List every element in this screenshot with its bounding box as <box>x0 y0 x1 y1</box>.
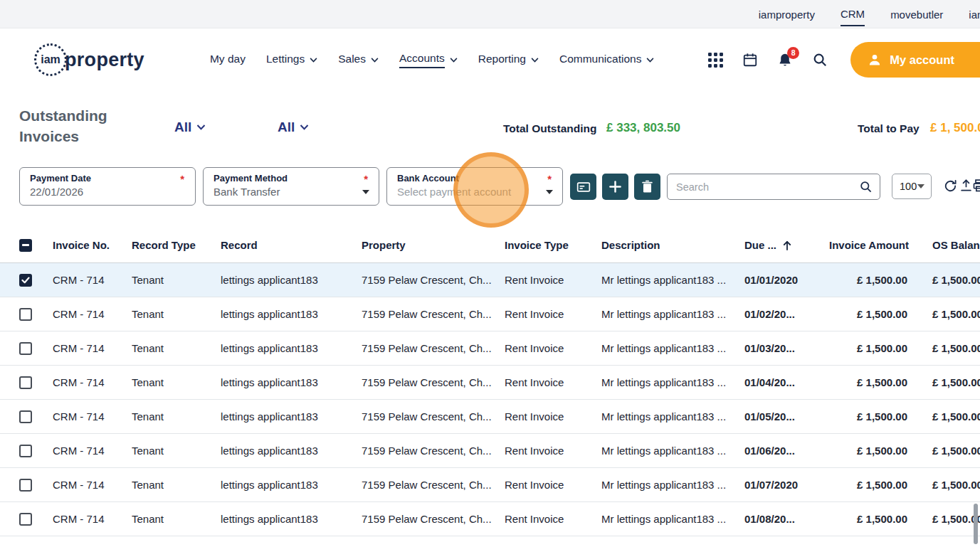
col-due-date[interactable]: Due ... <box>744 239 829 251</box>
delete-invoice-button[interactable] <box>634 174 660 200</box>
cell-property: 7159 Pelaw Crescent, Ch... <box>362 513 505 525</box>
col-description[interactable]: Description <box>601 239 744 251</box>
my-account-button[interactable]: My account <box>850 42 980 78</box>
payment-date-field[interactable]: Payment Date * 22/01/2026 <box>19 167 196 206</box>
select-all-checkbox[interactable] <box>19 239 32 252</box>
chevron-down-icon <box>646 58 654 63</box>
type-filter-dropdown[interactable]: All <box>278 120 309 135</box>
nav-communications[interactable]: Communications <box>559 53 654 68</box>
notifications-bell-icon[interactable]: 8 <box>777 52 793 68</box>
row-checkbox[interactable] <box>19 513 32 526</box>
refresh-icon[interactable] <box>944 179 957 193</box>
row-checkbox[interactable] <box>19 410 32 423</box>
table-row[interactable]: CRM - 714 Tenant lettings applicant183 7… <box>0 400 980 434</box>
apps-grid-icon[interactable] <box>708 53 723 68</box>
tab-crm[interactable]: CRM <box>841 1 865 26</box>
tab-movebutler[interactable]: movebutler <box>890 2 943 26</box>
cell-invoice-no: CRM - 714 <box>53 342 132 354</box>
cell-invoice-no: CRM - 714 <box>53 479 132 491</box>
payment-card-icon <box>576 180 591 194</box>
cell-invoice-amount: £ 1,500.00 <box>829 342 909 354</box>
tab-iamproperty[interactable]: iamproperty <box>759 2 815 26</box>
table-row[interactable]: CRM - 714 Tenant lettings applicant183 7… <box>0 263 980 297</box>
row-checkbox[interactable] <box>19 479 32 492</box>
app-header: iam property My day Lettings Sales Accou… <box>0 28 980 91</box>
nav-my-day[interactable]: My day <box>210 53 246 68</box>
iamproperty-logo[interactable]: iam property <box>34 43 144 76</box>
row-checkbox[interactable] <box>19 376 32 389</box>
record-filter-dropdown[interactable]: All <box>174 120 206 135</box>
table-row[interactable]: CRM - 714 Tenant lettings applicant183 7… <box>0 468 980 502</box>
table-header-row: Invoice No. Record Type Record Property … <box>0 228 980 263</box>
tab-iams[interactable]: iams <box>969 2 980 26</box>
required-marker: * <box>547 173 552 185</box>
row-checkbox[interactable] <box>19 308 32 321</box>
logo-text-property: property <box>65 49 144 71</box>
product-switcher-bar: iamproperty CRM movebutler iams <box>0 0 980 28</box>
calendar-icon[interactable] <box>742 52 758 68</box>
cell-invoice-amount: £ 1,500.00 <box>829 410 909 423</box>
chevron-down-icon <box>300 124 309 130</box>
col-invoice-amount[interactable]: Invoice Amount <box>829 239 909 251</box>
cell-due-date: 01/08/20... <box>744 513 829 525</box>
cell-description: Mr lettings applicant183 ... <box>601 479 744 491</box>
table-row[interactable]: CRM - 714 Tenant lettings applicant183 7… <box>0 366 980 400</box>
page-size-select[interactable]: 100 <box>892 174 932 199</box>
cell-invoice-no: CRM - 714 <box>53 308 132 320</box>
col-invoice-type[interactable]: Invoice Type <box>505 239 601 251</box>
cell-description: Mr lettings applicant183 ... <box>601 342 744 354</box>
nav-accounts[interactable]: Accounts <box>399 52 458 68</box>
table-row[interactable]: CRM - 714 Tenant lettings applicant183 7… <box>0 502 980 536</box>
table-row[interactable]: CRM - 714 Tenant lettings applicant183 7… <box>0 297 980 331</box>
nav-lettings[interactable]: Lettings <box>266 53 317 68</box>
cell-invoice-no: CRM - 714 <box>53 445 132 457</box>
total-to-pay-value: £ 1, 500.00 <box>930 121 980 135</box>
chevron-down-icon <box>196 124 206 130</box>
col-os-balance[interactable]: OS Balance <box>909 239 980 251</box>
vertical-scrollbar-thumb[interactable] <box>974 504 978 544</box>
row-checkbox[interactable] <box>19 274 32 287</box>
row-checkbox[interactable] <box>19 342 32 355</box>
cell-invoice-no: CRM - 714 <box>53 513 132 525</box>
col-record[interactable]: Record <box>221 239 362 251</box>
cell-invoice-type: Rent Invoice <box>505 274 601 286</box>
cell-description: Mr lettings applicant183 ... <box>601 410 744 423</box>
dropdown-caret-icon <box>362 190 369 194</box>
header-icon-group: 8 <box>708 52 828 68</box>
cell-due-date: 01/02/20... <box>744 308 829 320</box>
cell-invoice-type: Rent Invoice <box>505 410 601 423</box>
add-invoice-button[interactable] <box>602 174 628 200</box>
table-row[interactable]: CRM - 714 Tenant lettings applicant183 7… <box>0 434 980 468</box>
payment-method-dropdown[interactable]: Payment Method * Bank Transfer <box>203 167 379 206</box>
cell-property: 7159 Pelaw Crescent, Ch... <box>362 376 505 388</box>
row-checkbox[interactable] <box>19 445 32 457</box>
search-icon[interactable] <box>859 180 873 193</box>
bank-account-dropdown[interactable]: Bank Account * Select payment account <box>386 167 563 206</box>
cell-invoice-no: CRM - 714 <box>53 376 132 388</box>
search-input[interactable] <box>676 181 859 193</box>
cell-os-balance: £ 1,500.00 <box>909 342 980 354</box>
cell-record: lettings applicant183 <box>221 410 362 423</box>
cell-os-balance: £ 1,500.00 <box>909 410 980 423</box>
nav-sales[interactable]: Sales <box>338 53 379 68</box>
record-payment-button[interactable] <box>570 174 596 200</box>
col-invoice-no[interactable]: Invoice No. <box>53 239 132 251</box>
export-icon[interactable] <box>959 179 973 192</box>
cell-invoice-amount: £ 1,500.00 <box>829 479 909 491</box>
plus-icon <box>609 181 621 193</box>
cell-property: 7159 Pelaw Crescent, Ch... <box>362 410 505 423</box>
search-icon[interactable] <box>812 52 828 68</box>
table-row[interactable]: CRM - 714 Tenant lettings applicant183 7… <box>0 331 980 366</box>
total-to-pay-label: Total to Pay <box>858 122 920 135</box>
cell-property: 7159 Pelaw Crescent, Ch... <box>362 445 505 457</box>
sort-ascending-icon <box>783 240 791 250</box>
nav-reporting[interactable]: Reporting <box>478 53 539 68</box>
col-property[interactable]: Property <box>362 239 505 251</box>
cell-record: lettings applicant183 <box>221 479 362 491</box>
logo-circle-iam: iam <box>34 43 67 76</box>
cell-invoice-amount: £ 1,500.00 <box>829 513 909 525</box>
col-record-type[interactable]: Record Type <box>132 239 221 251</box>
cell-invoice-no: CRM - 714 <box>53 274 132 286</box>
cell-record-type: Tenant <box>132 445 221 457</box>
print-icon[interactable] <box>972 179 980 193</box>
